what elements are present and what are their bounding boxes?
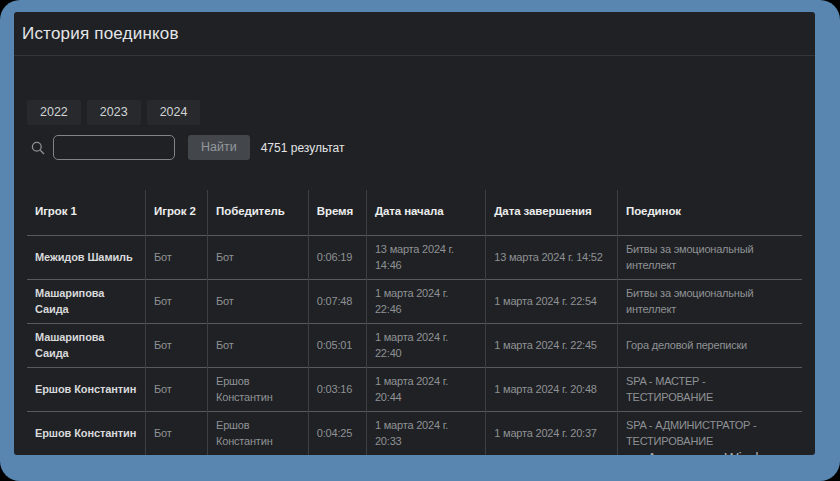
table-cell: 1 марта 2024 г. 20:48 bbox=[486, 368, 618, 412]
column-header: Дата завершения bbox=[486, 190, 618, 236]
duel-history-table: Игрок 1Игрок 2ПобедительВремяДата начала… bbox=[27, 190, 802, 456]
table-cell: Ершов Константин bbox=[208, 368, 309, 412]
search-button[interactable]: Найти bbox=[188, 135, 250, 160]
table-cell: Бот bbox=[146, 368, 208, 412]
page-title: История поединков bbox=[22, 24, 179, 44]
table-cell: Межидов Шамиль bbox=[27, 236, 146, 280]
table-row: Машарипова СаидаБотБот0:05:011 марта 202… bbox=[27, 324, 802, 368]
table-cell: Бот bbox=[146, 236, 208, 280]
search-icon bbox=[31, 141, 45, 155]
table-cell: 13 марта 2024 г. 14:46 bbox=[366, 236, 485, 280]
table-cell: 1 марта 2024 г. 22:54 bbox=[486, 280, 618, 324]
table-cell: 13 марта 2024 г. 14:52 bbox=[486, 236, 618, 280]
search-input[interactable] bbox=[53, 135, 175, 160]
panel-content: 202220232024 Найти 4751 результат Игрок … bbox=[14, 100, 815, 455]
table-cell: Ершов Константин bbox=[27, 412, 146, 456]
column-header: Время bbox=[308, 190, 366, 236]
tab-2024[interactable]: 2024 bbox=[147, 100, 201, 125]
table-cell: Машарипова Саида bbox=[27, 280, 146, 324]
column-header: Дата начала bbox=[366, 190, 485, 236]
year-tabs: 202220232024 bbox=[27, 100, 802, 125]
column-header: Игрок 1 bbox=[27, 190, 146, 236]
table-head: Игрок 1Игрок 2ПобедительВремяДата начала… bbox=[27, 190, 802, 236]
table-cell: Бот bbox=[146, 280, 208, 324]
column-header: Поединок bbox=[618, 190, 802, 236]
table-cell: 1 марта 2024 г. 22:40 bbox=[366, 324, 485, 368]
duel-table-header-row: Игрок 1Игрок 2ПобедительВремяДата начала… bbox=[27, 190, 802, 236]
duel-table-body: Межидов ШамильБотБот0:06:1913 марта 2024… bbox=[27, 236, 802, 456]
table-cell: 1 марта 2024 г. 22:45 bbox=[486, 324, 618, 368]
windows-activation-watermark: Активация Windows bbox=[647, 449, 785, 455]
table-cell: 0:07:48 bbox=[308, 280, 366, 324]
table-cell: Бот bbox=[146, 412, 208, 456]
table-cell: Бот bbox=[208, 280, 309, 324]
table-row: Ершов КонстантинБотЕршов Константин0:03:… bbox=[27, 368, 802, 412]
panel-header: История поединков bbox=[14, 12, 815, 56]
table-cell: 0:05:01 bbox=[308, 324, 366, 368]
column-header: Игрок 2 bbox=[146, 190, 208, 236]
table-cell: Битвы за эмоциональный интеллект bbox=[618, 236, 802, 280]
table-row: Межидов ШамильБотБот0:06:1913 марта 2024… bbox=[27, 236, 802, 280]
table-cell: Бот bbox=[208, 236, 309, 280]
history-panel: История поединков 202220232024 Найти 475… bbox=[14, 12, 815, 455]
table-cell: Машарипова Саида bbox=[27, 324, 146, 368]
table-cell: 0:06:19 bbox=[308, 236, 366, 280]
table-cell: Битвы за эмоциональный интеллект bbox=[618, 280, 802, 324]
table-row: Машарипова СаидаБотБот0:07:481 марта 202… bbox=[27, 280, 802, 324]
table-cell: Бот bbox=[146, 324, 208, 368]
table-cell: Гора деловой переписки bbox=[618, 324, 802, 368]
table-cell: 1 марта 2024 г. 20:33 bbox=[366, 412, 485, 456]
window-frame: История поединков 202220232024 Найти 475… bbox=[0, 0, 840, 481]
table-cell: Ершов Константин bbox=[208, 412, 309, 456]
table-cell: 1 марта 2024 г. 22:46 bbox=[366, 280, 485, 324]
table-cell: 1 марта 2024 г. 20:37 bbox=[486, 412, 618, 456]
results-count: 4751 результат bbox=[261, 141, 345, 155]
tab-2023[interactable]: 2023 bbox=[87, 100, 141, 125]
table-cell: 0:03:16 bbox=[308, 368, 366, 412]
table-cell: Бот bbox=[208, 324, 309, 368]
table-cell: SPA - МАСТЕР - ТЕСТИРОВАНИЕ bbox=[618, 368, 802, 412]
tab-2022[interactable]: 2022 bbox=[27, 100, 81, 125]
column-header: Победитель bbox=[208, 190, 309, 236]
table-cell: 0:04:25 bbox=[308, 412, 366, 456]
table-cell: Ершов Константин bbox=[27, 368, 146, 412]
search-row: Найти 4751 результат bbox=[27, 134, 802, 162]
table-cell: 1 марта 2024 г. 20:44 bbox=[366, 368, 485, 412]
